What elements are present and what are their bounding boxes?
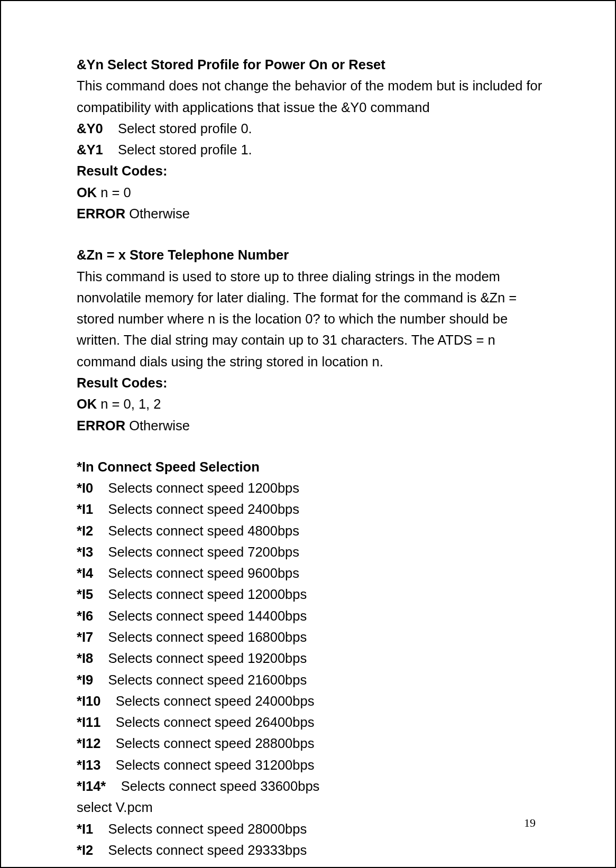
option-row: *I11 Selects connect speed 26400bps — [77, 712, 551, 733]
option-row: *I1 Selects connect speed 2400bps — [77, 498, 551, 520]
heading: *In Connect Speed Selection — [77, 456, 551, 477]
result-codes-label: Result Codes: — [77, 160, 551, 181]
option-command: &Y1 — [77, 142, 103, 157]
option-text: Select stored profile 1. — [118, 142, 252, 157]
options-list-2: *I1 Selects connect speed 28000bps*I2 Se… — [77, 818, 551, 861]
error-line: ERROR Otherwise — [77, 415, 551, 436]
option-text: Selects connect speed 12000bps — [108, 587, 307, 602]
option-text: Selects connect speed 9600bps — [108, 566, 300, 580]
option-text: Selects connect speed 28800bps — [116, 736, 315, 751]
options-list: &Y0 Select stored profile 0.&Y1 Select s… — [77, 118, 551, 161]
option-text: Selects connect speed 28000bps — [108, 821, 307, 836]
option-row: *I2 Selects connect speed 29333bps — [77, 839, 551, 861]
ok-value: n = 0, 1, 2 — [97, 396, 161, 411]
option-command: *I2 — [77, 523, 93, 538]
option-command: &Y0 — [77, 121, 103, 136]
option-text: Selects connect speed 29333bps — [108, 843, 307, 857]
options-list: *I0 Selects connect speed 1200bps*I1 Sel… — [77, 477, 551, 797]
option-text: Selects connect speed 21600bps — [108, 672, 307, 687]
option-text: Selects connect speed 2400bps — [108, 502, 300, 516]
section-in: *In Connect Speed Selection *I0 Selects … — [77, 456, 551, 861]
option-command: *I5 — [77, 587, 93, 602]
option-text: Selects connect speed 31200bps — [116, 758, 315, 772]
option-command: *I3 — [77, 544, 93, 559]
option-row: *I1 Selects connect speed 28000bps — [77, 818, 551, 839]
option-command: *I13 — [77, 758, 100, 772]
option-row: *I9 Selects connect speed 21600bps — [77, 669, 551, 690]
option-row: &Y0 Select stored profile 0. — [77, 118, 551, 139]
error-value: Otherwise — [125, 206, 190, 221]
option-text: Selects connect speed 26400bps — [116, 715, 315, 730]
option-command: *I1 — [77, 502, 93, 516]
option-row: *I14* Selects connect speed 33600bps — [77, 775, 551, 797]
section-zn: &Zn = x Store Telephone Number This comm… — [77, 244, 551, 436]
ok-line: OK n = 0 — [77, 182, 551, 203]
ok-line: OK n = 0, 1, 2 — [77, 393, 551, 414]
option-command: *I2 — [77, 843, 93, 857]
option-command: *I10 — [77, 694, 100, 708]
option-row: *I4 Selects connect speed 9600bps — [77, 562, 551, 584]
option-command: *I1 — [77, 821, 93, 836]
option-command: *I12 — [77, 736, 100, 751]
ok-value: n = 0 — [97, 185, 131, 200]
error-line: ERROR Otherwise — [77, 203, 551, 224]
option-row: *I10 Selects connect speed 24000bps — [77, 690, 551, 712]
description: This command is used to store up to thre… — [77, 266, 551, 372]
option-row: *I0 Selects connect speed 1200bps — [77, 477, 551, 498]
heading: &Zn = x Store Telephone Number — [77, 244, 551, 265]
page-content: &Yn Select Stored Profile for Power On o… — [77, 54, 551, 868]
ok-label: OK — [77, 185, 97, 200]
option-command: *I8 — [77, 651, 93, 666]
option-text: Selects connect speed 7200bps — [108, 544, 300, 559]
option-text: Selects connect speed 33600bps — [121, 779, 320, 793]
ok-label: OK — [77, 396, 97, 411]
option-row: *I13 Selects connect speed 31200bps — [77, 754, 551, 775]
option-command: *I4 — [77, 566, 93, 580]
option-command: *I9 — [77, 672, 93, 687]
option-row: *I2 Selects connect speed 4800bps — [77, 520, 551, 541]
option-text: Select stored profile 0. — [118, 121, 252, 136]
page-number: 19 — [524, 816, 536, 830]
option-command: *I14* — [77, 779, 106, 793]
note: select V.pcm — [77, 797, 551, 818]
heading: &Yn Select Stored Profile for Power On o… — [77, 54, 551, 75]
option-command: *I7 — [77, 630, 93, 644]
option-text: Selects connect speed 14400bps — [108, 608, 307, 623]
option-row: *I5 Selects connect speed 12000bps — [77, 584, 551, 605]
option-text: Selects connect speed 4800bps — [108, 523, 300, 538]
option-text: Selects connect speed 24000bps — [116, 694, 315, 708]
option-text: Selects connect speed 16800bps — [108, 630, 307, 644]
option-command: *I0 — [77, 481, 93, 495]
option-text: Selects connect speed 1200bps — [108, 481, 300, 495]
error-value: Otherwise — [125, 418, 190, 433]
option-row: *I3 Selects connect speed 7200bps — [77, 541, 551, 562]
result-codes-label: Result Codes: — [77, 372, 551, 393]
option-row: &Y1 Select stored profile 1. — [77, 139, 551, 160]
document-page: &Yn Select Stored Profile for Power On o… — [0, 0, 616, 868]
option-row: *I6 Selects connect speed 14400bps — [77, 605, 551, 626]
error-label: ERROR — [77, 206, 125, 221]
description: This command does not change the behavio… — [77, 75, 551, 118]
error-label: ERROR — [77, 418, 125, 433]
section-yn: &Yn Select Stored Profile for Power On o… — [77, 54, 551, 224]
option-row: *I8 Selects connect speed 19200bps — [77, 648, 551, 669]
option-row: *I12 Selects connect speed 28800bps — [77, 733, 551, 754]
option-command: *I11 — [77, 715, 100, 730]
option-command: *I6 — [77, 608, 93, 623]
option-row: *I7 Selects connect speed 16800bps — [77, 626, 551, 648]
option-text: Selects connect speed 19200bps — [108, 651, 307, 666]
